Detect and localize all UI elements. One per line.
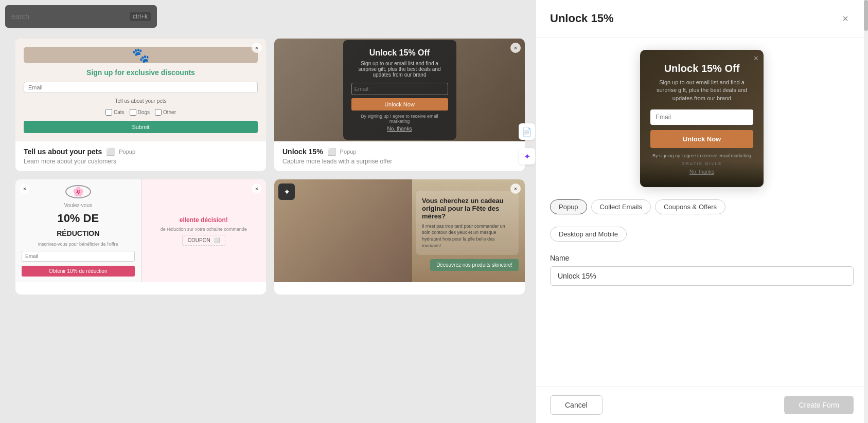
card1-submit-btn[interactable]: Submit xyxy=(24,121,258,133)
card3-close-left[interactable]: × xyxy=(20,183,30,194)
card1-info: Tell us about your pets ⬜ Popup Learn mo… xyxy=(15,141,266,171)
sparkle-side-icon[interactable]: ✦ xyxy=(519,148,535,164)
card1-email-input[interactable] xyxy=(24,82,258,93)
preview-unlock-btn[interactable]: Unlock Now xyxy=(650,130,753,148)
card1-cats-check[interactable]: Cats xyxy=(105,109,125,116)
card2-info: Unlock 15% ⬜ Popup Capture more leads wi… xyxy=(274,141,525,171)
card3-info xyxy=(15,282,266,295)
card2-heading: Unlock 15% Off xyxy=(351,48,448,58)
card4-content: Vous cherchez un cadeau original pour la… xyxy=(375,179,525,282)
sparkle-button[interactable]: ✦ xyxy=(278,183,295,200)
card3-right-text: ellente décision! xyxy=(180,216,228,224)
card2-unlock-btn[interactable]: Unlock Now xyxy=(351,98,448,111)
search-input[interactable] xyxy=(11,12,126,21)
preview-container: × Unlock 15% Off Sign up to our email li… xyxy=(550,50,854,187)
card2-modal: Unlock 15% Off Sign up to our email list… xyxy=(343,40,456,140)
tag-coupons-offers[interactable]: Coupons & Offers xyxy=(655,199,725,214)
pet-image xyxy=(24,47,258,63)
card1-pets-label: Tell us about your pets xyxy=(115,98,166,104)
card3-right-sub: de réduction sur votre ochaine commande xyxy=(161,227,247,232)
card2-body: Sign up to our email list and find a sur… xyxy=(351,61,448,78)
card2-type-badge: Popup xyxy=(340,149,357,155)
card2-popup-icon: ⬜ xyxy=(327,148,336,156)
card3-logo: 🌸 xyxy=(65,185,91,198)
card1-info-header: Tell us about your pets ⬜ Popup xyxy=(24,148,258,156)
card1-popup-icon: ⬜ xyxy=(106,148,115,156)
card1-title: Tell us about your pets xyxy=(24,148,102,156)
card1-signup-text: Sign up for exclusive discounts xyxy=(86,68,195,77)
card3-close-right[interactable]: × xyxy=(252,183,262,194)
card3-voulez: Voulez-vous xyxy=(64,203,92,208)
right-panel: Unlock 15% × × Unlock 15% Off Sign up to… xyxy=(535,0,868,423)
card1-other-check[interactable]: Other xyxy=(155,109,176,116)
tag-popup[interactable]: Popup xyxy=(550,199,587,214)
main-background: ctrl+k × Sign up for exclusive discounts… xyxy=(0,0,535,423)
card-unlock: × Unlock 15% Off Sign up to our email li… xyxy=(274,39,525,171)
name-input[interactable] xyxy=(550,266,854,286)
card-pets: × Sign up for exclusive discounts Tell u… xyxy=(15,39,266,171)
card3-right: × ellente décision! de réduction sur vot… xyxy=(141,179,267,282)
create-form-button[interactable]: Create Form xyxy=(784,396,854,414)
card4-body: Il n'est pas trop tard pour commander un… xyxy=(422,223,512,249)
panel-header: Unlock 15% × xyxy=(536,0,868,38)
cards-grid: × Sign up for exclusive discounts Tell u… xyxy=(15,39,535,295)
card3-submit-btn[interactable]: Obtenir 10% de réduction xyxy=(22,266,135,277)
card2-email-input[interactable] xyxy=(351,83,448,95)
card3-coupon-box: COUPON ⬜ xyxy=(182,235,225,246)
card4-title: Vous cherchez un cadeau original pour la… xyxy=(422,197,512,220)
side-icons: 📄 ✦ xyxy=(519,123,535,164)
card2-agree-text: By signing up I agree to receive email m… xyxy=(351,114,448,124)
card4-text-block: Vous cherchez un cadeau original pour la… xyxy=(416,191,519,255)
panel-body: × Unlock 15% Off Sign up to our email li… xyxy=(536,38,868,387)
cancel-button[interactable]: Cancel xyxy=(550,395,603,415)
card1-preview: × Sign up for exclusive discounts Tell u… xyxy=(15,39,266,141)
card2-title: Unlock 15% xyxy=(282,148,323,156)
card2-preview: × Unlock 15% Off Sign up to our email li… xyxy=(274,39,525,141)
preview-modal: × Unlock 15% Off Sign up to our email li… xyxy=(640,50,764,187)
card3-copy-icon[interactable]: ⬜ xyxy=(214,237,220,243)
preview-modal-close[interactable]: × xyxy=(754,54,758,63)
card3-sub: inscrivez-vous pour bénéficier de l'offr… xyxy=(38,242,118,247)
tag-collect-emails[interactable]: Collect Emails xyxy=(591,199,651,214)
card-cadeau: ✦ × Vous cherchez un cadeau original pou… xyxy=(274,179,525,295)
card4-close[interactable]: × xyxy=(510,183,521,194)
card2-close[interactable]: × xyxy=(510,43,521,53)
search-shortcut: ctrl+k xyxy=(130,12,151,21)
card3-percent: 10% DE xyxy=(57,212,99,225)
scrollbar-thumb[interactable] xyxy=(864,0,868,31)
card1-type-badge: Popup xyxy=(119,149,135,155)
card4-info xyxy=(274,282,525,295)
tags-row: Popup Collect Emails Coupons & Offers xyxy=(550,199,854,214)
card2-description: Capture more leads with a surprise offer xyxy=(282,158,517,165)
card1-description: Learn more about your customers xyxy=(24,158,258,165)
preview-heading: Unlock 15% Off xyxy=(650,62,753,75)
card1-dogs-check[interactable]: Dogs xyxy=(130,109,150,116)
card3-preview: × 🌸 Voulez-vous 10% DE RÉDUCTION inscriv… xyxy=(15,179,266,282)
card2-nothanks[interactable]: No, thanks xyxy=(351,126,448,132)
preview-agree: By signing up I agree to receive email m… xyxy=(650,153,753,158)
document-icon[interactable]: 📄 xyxy=(519,123,535,140)
panel-footer: Cancel Create Form xyxy=(536,387,868,423)
preview-body: Sign up to our email list and find a sur… xyxy=(650,79,753,102)
preview-bottom-overlay xyxy=(640,161,764,187)
card-reduction: × 🌸 Voulez-vous 10% DE RÉDUCTION inscriv… xyxy=(15,179,266,295)
card3-left: × 🌸 Voulez-vous 10% DE RÉDUCTION inscriv… xyxy=(15,179,141,282)
tag-desktop-mobile[interactable]: Desktop and Mobile xyxy=(550,227,627,242)
name-field-group: Name xyxy=(550,254,854,286)
panel-close-btn[interactable]: × xyxy=(837,10,854,27)
card3-email-input[interactable] xyxy=(22,251,135,262)
card2-info-header: Unlock 15% ⬜ Popup xyxy=(282,148,517,156)
card4-discover-btn[interactable]: Découvrez nos produits skincare! xyxy=(430,259,519,271)
card4-preview: ✦ × Vous cherchez un cadeau original pou… xyxy=(274,179,525,282)
panel-scrollbar[interactable] xyxy=(864,0,868,423)
name-label: Name xyxy=(550,254,854,262)
card1-checkboxes: Cats Dogs Other xyxy=(105,109,176,116)
desktop-tags-row: Desktop and Mobile xyxy=(550,227,854,242)
card1-close[interactable]: × xyxy=(252,43,262,53)
search-bar[interactable]: ctrl+k xyxy=(5,5,157,28)
preview-email-input[interactable] xyxy=(650,109,753,125)
card3-coupon-label: COUPON xyxy=(188,237,210,243)
panel-title: Unlock 15% xyxy=(550,12,614,25)
card3-reduction: RÉDUCTION xyxy=(57,229,99,237)
